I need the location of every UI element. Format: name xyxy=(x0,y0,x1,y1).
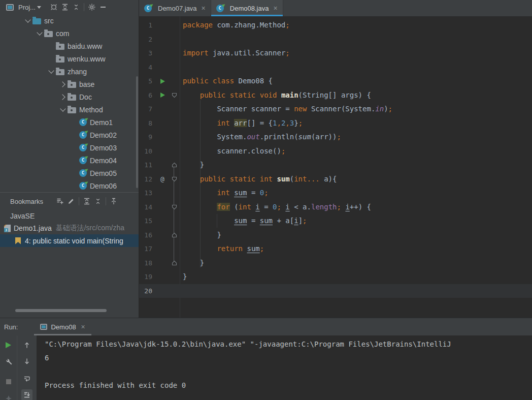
line-number[interactable]: 20 xyxy=(139,284,156,298)
code-line-8[interactable]: 8 int arr[] = {1,2,3}; xyxy=(139,116,532,131)
code-line-4[interactable]: 4 xyxy=(139,60,532,75)
tree-item-demo03[interactable]: CDemo03 xyxy=(0,141,139,154)
code-text[interactable]: System.out.println(sum(arr)); xyxy=(180,130,341,144)
tree-item-method[interactable]: Method xyxy=(0,103,139,116)
line-number[interactable]: 5 xyxy=(139,74,156,88)
line-number[interactable]: 15 xyxy=(139,214,156,228)
line-number[interactable]: 16 xyxy=(139,228,156,242)
collapse-all-icon[interactable] xyxy=(71,2,82,13)
run-console[interactable]: "C:\Program Files\Java\jdk-15.0.2\bin\ja… xyxy=(37,335,532,400)
tree-item-zhang[interactable]: zhang xyxy=(0,65,139,78)
project-tree-scrollbar[interactable] xyxy=(136,76,138,188)
chevron-down-icon[interactable] xyxy=(23,16,32,25)
code-line-6[interactable]: 6 public static void main(String[] args)… xyxy=(139,88,532,103)
code-line-14[interactable]: 14 for (int i = 0; i < a.length; i++) { xyxy=(139,200,532,214)
line-number[interactable]: 6 xyxy=(139,88,156,103)
chevron-right-icon[interactable] xyxy=(58,93,68,102)
run-tab-demo08[interactable]: Demo08 × xyxy=(34,318,91,335)
chevron-down-icon[interactable] xyxy=(58,105,68,114)
fold-close-icon[interactable] xyxy=(169,158,180,172)
code-line-17[interactable]: 17 return sum; xyxy=(139,242,532,256)
run-line-icon[interactable] xyxy=(156,88,169,103)
code-text[interactable]: } xyxy=(180,270,187,284)
bookmarks-file-row[interactable]: Demo1.java 基础语法/src/com/zha xyxy=(0,222,139,234)
down-stack-icon[interactable] xyxy=(21,356,32,367)
chevron-down-icon[interactable] xyxy=(47,67,56,76)
code-text[interactable]: } xyxy=(180,228,221,242)
annotation-gutter-icon[interactable]: @ xyxy=(156,172,169,187)
scroll-to-end-icon[interactable] xyxy=(21,389,32,400)
chevron-down-icon[interactable] xyxy=(35,29,44,38)
bookmarks-group-javase[interactable]: JavaSE xyxy=(0,210,139,222)
code-line-19[interactable]: 19} xyxy=(139,270,532,284)
line-number[interactable]: 19 xyxy=(139,270,156,284)
code-line-3[interactable]: 3import java.util.Scanner; xyxy=(139,46,532,60)
code-line-12[interactable]: 12@ public static int sum(int... a){ xyxy=(139,172,532,187)
fold-close-icon[interactable] xyxy=(169,228,180,242)
tree-item-doc[interactable]: Doc xyxy=(0,90,139,103)
code-text[interactable]: scanner.close(); xyxy=(180,144,285,159)
code-line-16[interactable]: 16 } xyxy=(139,228,532,242)
code-text[interactable]: public static int sum(int... a){ xyxy=(180,172,337,187)
line-number[interactable]: 10 xyxy=(139,144,156,159)
hide-icon[interactable] xyxy=(97,2,109,13)
tree-item-demo02[interactable]: CDemo02 xyxy=(0,129,139,141)
close-tab-icon[interactable]: × xyxy=(273,4,277,12)
code-text[interactable]: int arr[] = {1,2,3}; xyxy=(180,116,303,131)
line-number[interactable]: 12 xyxy=(139,172,156,187)
line-number[interactable]: 3 xyxy=(139,46,156,60)
code-line-1[interactable]: 1package com.zhang.Method; xyxy=(139,18,532,33)
tab-demo08[interactable]: C Demo08.java × xyxy=(211,0,283,16)
code-line-9[interactable]: 9 System.out.println(sum(arr)); xyxy=(139,130,532,144)
code-text[interactable]: for (int i = 0; i < a.length; i++) { xyxy=(180,200,371,214)
code-text[interactable]: return sum; xyxy=(180,242,264,256)
tree-item-src[interactable]: src xyxy=(0,14,139,27)
tree-item-demo04[interactable]: CDemo04 xyxy=(0,154,139,167)
code-text[interactable] xyxy=(180,33,183,47)
edit-icon[interactable] xyxy=(65,196,77,207)
code-line-5[interactable]: 5public class Demo08 { xyxy=(139,74,532,88)
bookmarks-scrollbar[interactable] xyxy=(15,309,107,312)
settings-icon[interactable] xyxy=(86,2,97,13)
tool-window-icon[interactable] xyxy=(4,2,15,13)
code-line-18[interactable]: 18 } xyxy=(139,256,532,270)
line-number[interactable]: 18 xyxy=(139,256,156,270)
add-bookmark-icon[interactable] xyxy=(54,196,65,207)
expand-all-icon[interactable] xyxy=(81,196,92,207)
code-text[interactable]: Scanner scanner = new Scanner(System.in)… xyxy=(180,102,392,116)
chevron-right-icon[interactable] xyxy=(58,80,68,89)
line-number[interactable]: 7 xyxy=(139,102,156,116)
soft-wrap-icon[interactable] xyxy=(21,373,32,384)
tree-item-wenku-www[interactable]: wenku.www xyxy=(0,52,139,65)
line-number[interactable]: 9 xyxy=(139,130,156,144)
code-line-7[interactable]: 7 Scanner scanner = new Scanner(System.i… xyxy=(139,102,532,116)
collapse-all-icon[interactable] xyxy=(92,196,104,207)
rerun-icon[interactable] xyxy=(3,340,14,351)
code-line-10[interactable]: 10 scanner.close(); xyxy=(139,144,532,159)
code-text[interactable]: public static void main(String[] args) { xyxy=(180,88,371,103)
line-number[interactable]: 11 xyxy=(139,158,156,172)
code-text[interactable]: int sum = 0; xyxy=(180,186,269,200)
code-text[interactable]: package com.zhang.Method; xyxy=(180,18,290,33)
code-text[interactable] xyxy=(180,284,183,298)
fold-close-icon[interactable] xyxy=(169,256,180,270)
code-line-11[interactable]: 11 } xyxy=(139,158,532,172)
tree-item-baidu-www[interactable]: baidu.www xyxy=(0,40,139,52)
line-number[interactable]: 13 xyxy=(139,186,156,200)
build-icon[interactable] xyxy=(3,356,14,367)
code-line-2[interactable]: 2 xyxy=(139,33,532,47)
code-text[interactable]: } xyxy=(180,158,204,172)
expand-all-icon[interactable] xyxy=(59,2,71,13)
tree-item-demo06[interactable]: CDemo06 xyxy=(0,179,139,192)
clear-icon[interactable] xyxy=(3,393,14,400)
tree-item-com[interactable]: com xyxy=(0,27,139,40)
line-number[interactable]: 8 xyxy=(139,116,156,131)
line-number[interactable]: 17 xyxy=(139,242,156,256)
close-run-tab-icon[interactable]: × xyxy=(81,323,85,331)
tree-item-demo1[interactable]: CDemo1 xyxy=(0,116,139,129)
fold-open-icon[interactable] xyxy=(169,172,180,187)
code-text[interactable]: import java.util.Scanner; xyxy=(180,46,290,60)
pin-icon[interactable] xyxy=(108,196,119,207)
bookmark-item-row[interactable]: 4: public static void main(String xyxy=(0,234,139,247)
code-text[interactable]: public class Demo08 { xyxy=(180,74,273,88)
